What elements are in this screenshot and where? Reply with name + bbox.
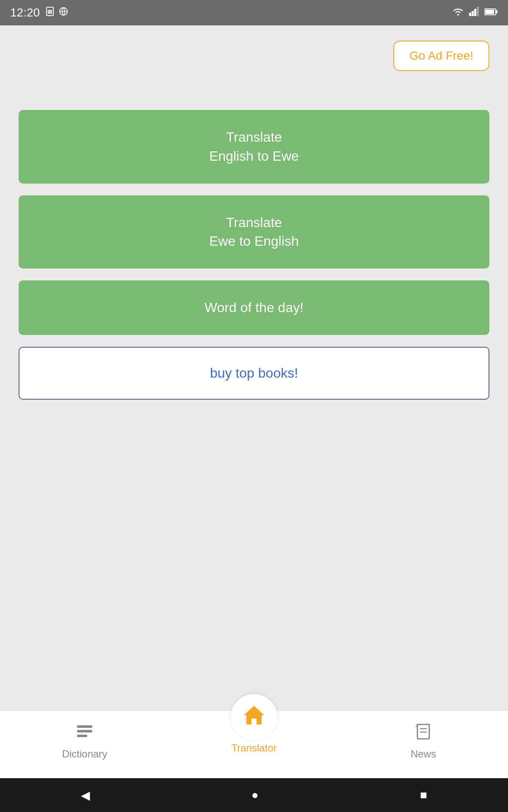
- svg-rect-14: [77, 735, 87, 737]
- svg-rect-12: [77, 725, 92, 728]
- translate-ewe-to-english-button[interactable]: Translate Ewe to English: [19, 195, 489, 269]
- svg-rect-6: [472, 11, 474, 16]
- main-content: Go Ad Free! Translate English to Ewe Tra…: [0, 25, 508, 710]
- translate-ewe-eng-line1: Translate: [226, 213, 282, 232]
- buttons-container: Translate English to Ewe Translate Ewe t…: [19, 110, 489, 400]
- android-nav: ◀ ● ■: [0, 778, 508, 812]
- nav-item-news[interactable]: News: [339, 715, 508, 760]
- bottom-nav: Dictionary Translator News: [0, 710, 508, 778]
- news-icon: [414, 722, 433, 745]
- svg-point-4: [457, 14, 459, 16]
- svg-rect-5: [469, 13, 471, 16]
- translate-eng-ewe-line1: Translate: [226, 128, 282, 147]
- vpn-icon: [58, 6, 69, 19]
- android-home-button[interactable]: ●: [251, 788, 259, 802]
- word-of-the-day-button[interactable]: Word of the day!: [19, 280, 489, 335]
- status-left-icons: [45, 6, 69, 19]
- android-back-button[interactable]: ◀: [81, 788, 90, 802]
- signal-icon: [469, 7, 479, 19]
- svg-rect-1: [48, 10, 52, 14]
- translator-circle: [231, 694, 277, 741]
- go-ad-free-button[interactable]: Go Ad Free!: [393, 41, 489, 71]
- wifi-icon: [452, 7, 464, 19]
- nav-item-translator[interactable]: Translator: [169, 694, 339, 754]
- word-of-day-label: Word of the day!: [204, 298, 304, 317]
- sim-icon: [45, 6, 55, 19]
- dictionary-icon: [75, 722, 94, 745]
- battery-icon: [484, 7, 498, 18]
- status-bar: 12:20: [0, 0, 508, 25]
- status-time: 12:20: [10, 6, 40, 19]
- translate-ewe-eng-line2: Ewe to English: [209, 232, 299, 251]
- svg-rect-11: [496, 10, 497, 14]
- svg-rect-13: [77, 730, 92, 732]
- buy-top-books-button[interactable]: buy top books!: [19, 347, 489, 400]
- svg-rect-10: [485, 10, 494, 14]
- svg-rect-8: [477, 7, 479, 16]
- android-recent-button[interactable]: ■: [420, 788, 427, 802]
- dictionary-label: Dictionary: [62, 748, 108, 760]
- translate-english-to-ewe-button[interactable]: Translate English to Ewe: [19, 110, 489, 184]
- status-left: 12:20: [10, 6, 69, 19]
- translate-eng-ewe-line2: English to Ewe: [209, 147, 299, 166]
- news-label: News: [411, 748, 436, 760]
- svg-rect-7: [474, 9, 476, 16]
- status-right-icons: [452, 7, 498, 19]
- translator-label: Translator: [231, 742, 276, 754]
- home-icon: [241, 702, 267, 732]
- nav-item-dictionary[interactable]: Dictionary: [0, 715, 169, 760]
